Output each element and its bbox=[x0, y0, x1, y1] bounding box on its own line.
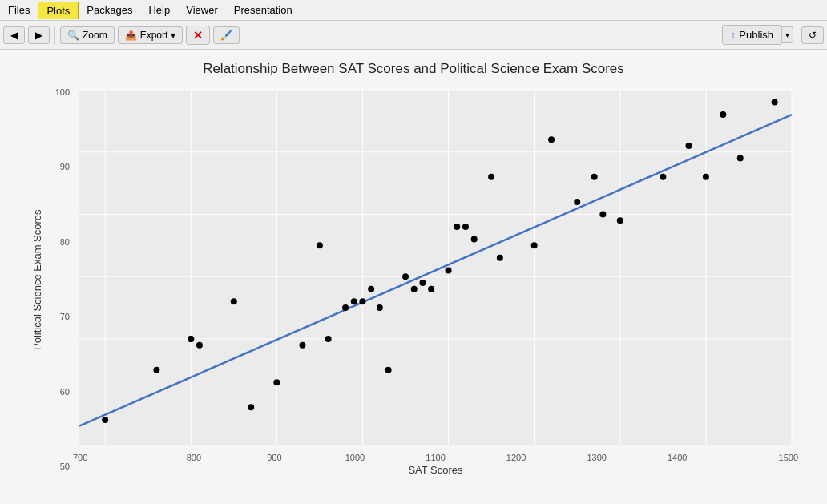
y-ticks: 100 90 80 70 60 50 bbox=[45, 83, 73, 476]
data-point bbox=[454, 223, 460, 229]
chart-and-x: 700 800 900 1000 1100 1200 1300 1400 150… bbox=[73, 83, 798, 476]
x-tick-1200: 1200 bbox=[476, 453, 557, 462]
zoom-icon: 🔍 bbox=[67, 30, 79, 41]
brush-icon: 🖌️ bbox=[220, 30, 232, 41]
back-button[interactable]: ◀ bbox=[3, 26, 25, 44]
publish-label: Publish bbox=[739, 29, 773, 41]
data-point bbox=[660, 173, 666, 179]
y-tick-70: 70 bbox=[45, 312, 73, 321]
data-point bbox=[531, 242, 538, 248]
data-point bbox=[617, 217, 623, 224]
data-point bbox=[599, 211, 606, 217]
menu-bar: Files Plots Packages Help Viewer Present… bbox=[0, 0, 827, 21]
plot-container: Relationship Between SAT Scores and Poli… bbox=[0, 50, 827, 504]
data-point bbox=[548, 136, 555, 143]
data-point bbox=[377, 304, 383, 311]
x-ticks: 700 800 900 1000 1100 1200 1300 1400 150… bbox=[73, 453, 798, 462]
forward-button[interactable]: ▶ bbox=[28, 26, 50, 44]
toolbar: ◀ ▶ 🔍 Zoom 📤 Export ▾ ✕ 🖌️ ↑ Publish ▾ ↺ bbox=[0, 21, 827, 50]
data-point bbox=[419, 279, 426, 285]
data-point bbox=[385, 366, 392, 373]
x-tick-1500: 1500 bbox=[718, 453, 799, 462]
data-point bbox=[102, 416, 108, 422]
forward-icon: ▶ bbox=[35, 30, 42, 41]
data-point bbox=[153, 366, 159, 373]
plot-area: Relationship Between SAT Scores and Poli… bbox=[29, 61, 798, 494]
menu-files[interactable]: Files bbox=[0, 2, 38, 18]
y-tick-80: 80 bbox=[45, 237, 73, 247]
brush-button[interactable]: 🖌️ bbox=[213, 26, 240, 44]
y-axis-label: Political Science Exam Scores bbox=[29, 83, 45, 476]
data-point bbox=[351, 298, 357, 304]
export-dropdown-icon: ▾ bbox=[171, 30, 175, 41]
clear-button[interactable]: ✕ bbox=[186, 26, 210, 45]
plot-inner: Political Science Exam Scores 100 90 80 … bbox=[29, 83, 798, 476]
svg-rect-0 bbox=[79, 90, 792, 445]
export-label: Export bbox=[140, 30, 168, 41]
x-tick-800: 800 bbox=[154, 453, 235, 462]
chart-svg bbox=[73, 83, 798, 451]
data-point bbox=[446, 267, 452, 273]
menu-packages[interactable]: Packages bbox=[79, 2, 140, 18]
data-point bbox=[325, 335, 332, 341]
data-point bbox=[188, 335, 194, 341]
data-point bbox=[196, 341, 203, 348]
zoom-label: Zoom bbox=[83, 30, 107, 41]
toolbar-separator-1 bbox=[54, 26, 55, 45]
x-tick-900: 900 bbox=[234, 453, 315, 462]
publish-dropdown-button[interactable]: ▾ bbox=[782, 26, 793, 43]
data-point bbox=[772, 99, 778, 105]
data-point bbox=[402, 273, 409, 280]
back-icon: ◀ bbox=[10, 30, 18, 41]
data-point bbox=[720, 111, 726, 118]
x-tick-1100: 1100 bbox=[395, 453, 476, 462]
clear-icon: ✕ bbox=[193, 29, 203, 42]
data-point bbox=[231, 298, 237, 304]
x-tick-700: 700 bbox=[73, 453, 154, 462]
x-tick-1000: 1000 bbox=[315, 453, 396, 462]
data-point bbox=[428, 285, 434, 292]
x-axis-label: SAT Scores bbox=[73, 464, 798, 476]
data-point bbox=[488, 173, 494, 179]
refresh-icon: ↺ bbox=[809, 30, 817, 41]
zoom-button[interactable]: 🔍 Zoom bbox=[60, 26, 115, 44]
data-point bbox=[703, 173, 709, 179]
data-point bbox=[368, 285, 374, 292]
publish-group: ↑ Publish ▾ bbox=[722, 25, 793, 45]
menu-plots[interactable]: Plots bbox=[38, 2, 79, 19]
y-tick-100: 100 bbox=[45, 87, 73, 97]
export-icon: 📤 bbox=[125, 30, 137, 41]
x-tick-1300: 1300 bbox=[556, 453, 637, 462]
data-point bbox=[359, 298, 365, 304]
plot-title: Relationship Between SAT Scores and Poli… bbox=[29, 61, 798, 77]
data-point bbox=[574, 198, 580, 204]
publish-icon: ↑ bbox=[731, 29, 736, 41]
publish-button[interactable]: ↑ Publish bbox=[722, 25, 782, 45]
data-point bbox=[299, 341, 305, 348]
menu-presentation[interactable]: Presentation bbox=[226, 2, 301, 18]
data-point bbox=[462, 223, 469, 229]
data-point bbox=[411, 285, 418, 292]
data-point bbox=[471, 236, 478, 242]
data-point bbox=[737, 155, 744, 161]
y-tick-60: 60 bbox=[45, 387, 73, 397]
export-button[interactable]: 📤 Export ▾ bbox=[118, 26, 184, 44]
data-point bbox=[248, 404, 254, 410]
data-point bbox=[497, 254, 503, 260]
y-tick-50: 50 bbox=[45, 462, 73, 471]
y-tick-90: 90 bbox=[45, 162, 73, 171]
menu-viewer[interactable]: Viewer bbox=[178, 2, 226, 18]
refresh-button[interactable]: ↺ bbox=[801, 26, 824, 44]
data-point bbox=[591, 173, 598, 179]
data-point bbox=[342, 304, 349, 311]
data-point bbox=[685, 142, 692, 148]
x-tick-1400: 1400 bbox=[637, 453, 718, 462]
data-point bbox=[273, 379, 280, 385]
menu-help[interactable]: Help bbox=[140, 2, 178, 18]
chart-svg-wrapper bbox=[73, 83, 798, 451]
data-point bbox=[317, 242, 323, 248]
